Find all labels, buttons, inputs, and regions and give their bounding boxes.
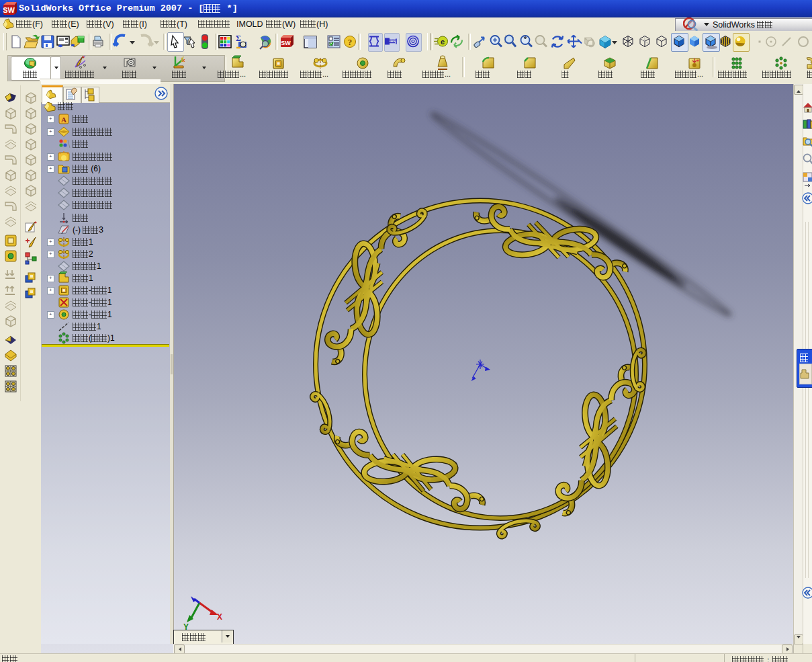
svg-text:?: ? [348,37,353,47]
svg-text:Σ: Σ [236,34,241,43]
svg-text:e: e [441,38,445,46]
svg-text:SW: SW [281,40,291,46]
svg-text:X: X [217,612,222,622]
svg-text:SW: SW [3,6,15,14]
svg-text:A: A [61,116,66,124]
